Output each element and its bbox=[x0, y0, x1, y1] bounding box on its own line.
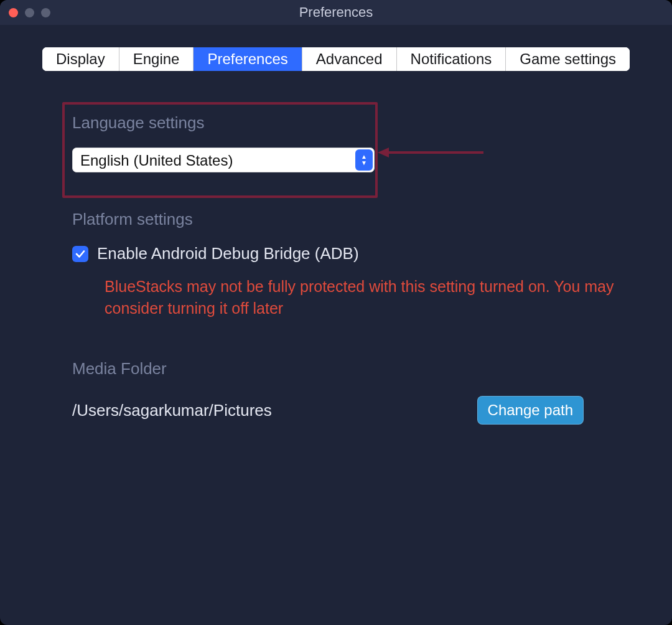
adb-warning: BlueStacks may not be fully protected wi… bbox=[105, 276, 633, 319]
media-section: Media Folder /Users/sagarkumar/Pictures … bbox=[72, 359, 633, 425]
platform-section-title: Platform settings bbox=[72, 210, 633, 229]
language-select-value[interactable]: English (United States) bbox=[72, 148, 375, 172]
platform-section: Platform settings Enable Android Debug B… bbox=[72, 210, 633, 319]
window-title: Preferences bbox=[0, 4, 672, 21]
tab-preferences[interactable]: Preferences bbox=[194, 47, 302, 71]
tab-advanced[interactable]: Advanced bbox=[302, 47, 397, 71]
media-section-title: Media Folder bbox=[72, 359, 633, 378]
tab-notifications[interactable]: Notifications bbox=[397, 47, 506, 71]
close-icon[interactable] bbox=[9, 8, 18, 17]
language-select[interactable]: English (United States) ▲▼ bbox=[72, 148, 375, 172]
media-path: /Users/sagarkumar/Pictures bbox=[72, 401, 272, 420]
minimize-icon[interactable] bbox=[25, 8, 34, 17]
tab-display[interactable]: Display bbox=[42, 47, 119, 71]
content: Language settings English (United States… bbox=[0, 71, 672, 425]
adb-checkbox[interactable] bbox=[72, 246, 88, 262]
change-path-button[interactable]: Change path bbox=[477, 396, 584, 425]
tab-engine[interactable]: Engine bbox=[119, 47, 194, 71]
language-section: Language settings English (United States… bbox=[72, 113, 633, 172]
adb-row: Enable Android Debug Bridge (ADB) bbox=[72, 244, 633, 263]
chevron-up-down-icon[interactable]: ▲▼ bbox=[355, 149, 373, 171]
tabs: Display Engine Preferences Advanced Noti… bbox=[42, 47, 630, 71]
tab-game-settings[interactable]: Game settings bbox=[506, 47, 630, 71]
adb-label: Enable Android Debug Bridge (ADB) bbox=[97, 244, 359, 263]
window-controls bbox=[9, 8, 50, 17]
language-section-title: Language settings bbox=[72, 113, 633, 133]
media-row: /Users/sagarkumar/Pictures Change path bbox=[72, 396, 633, 425]
preferences-window: Preferences Display Engine Preferences A… bbox=[0, 0, 672, 625]
maximize-icon[interactable] bbox=[41, 8, 50, 17]
titlebar: Preferences bbox=[0, 0, 672, 25]
tab-bar: Display Engine Preferences Advanced Noti… bbox=[0, 47, 672, 71]
